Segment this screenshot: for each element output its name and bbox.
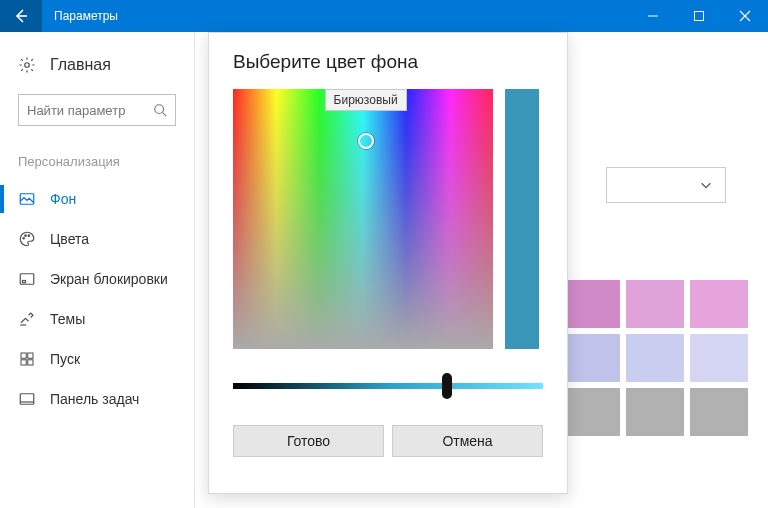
palette-icon bbox=[18, 230, 36, 248]
sidebar-section-title: Персонализация bbox=[0, 154, 194, 179]
svg-rect-12 bbox=[28, 360, 33, 365]
sidebar-item-label: Темы bbox=[50, 311, 85, 327]
sidebar-home[interactable]: Главная bbox=[0, 46, 194, 84]
arrow-left-icon bbox=[13, 8, 29, 24]
back-button[interactable] bbox=[0, 0, 42, 32]
sidebar-item-taskbar[interactable]: Панель задач bbox=[0, 379, 194, 419]
image-icon bbox=[18, 190, 36, 208]
minimize-button[interactable] bbox=[630, 0, 676, 32]
color-name-tooltip: Бирюзовый bbox=[325, 89, 407, 111]
sidebar-home-label: Главная bbox=[50, 56, 111, 74]
close-icon bbox=[739, 10, 751, 22]
slider-track bbox=[233, 383, 543, 389]
sidebar-item-label: Пуск bbox=[50, 351, 80, 367]
maximize-button[interactable] bbox=[676, 0, 722, 32]
svg-rect-8 bbox=[23, 281, 26, 283]
color-swatch[interactable] bbox=[626, 280, 684, 328]
picker-row: Бирюзовый bbox=[233, 89, 543, 349]
done-button[interactable]: Готово bbox=[233, 425, 384, 457]
search-icon bbox=[153, 103, 167, 117]
minimize-icon bbox=[647, 10, 659, 22]
color-swatch-grid bbox=[562, 280, 748, 436]
color-picker-dialog: Выберите цвет фона Бирюзовый Готово Отме… bbox=[208, 32, 568, 494]
svg-point-2 bbox=[155, 105, 164, 114]
search-placeholder: Найти параметр bbox=[27, 103, 153, 118]
color-swatch[interactable] bbox=[562, 280, 620, 328]
sidebar: Главная Найти параметр Персонализация Фо… bbox=[0, 32, 195, 508]
sidebar-item-colors[interactable]: Цвета bbox=[0, 219, 194, 259]
brightness-slider[interactable] bbox=[233, 375, 543, 399]
color-swatch[interactable] bbox=[626, 388, 684, 436]
svg-rect-10 bbox=[28, 353, 33, 358]
taskbar-icon bbox=[18, 390, 36, 408]
titlebar: Параметры bbox=[0, 0, 768, 32]
color-swatch[interactable] bbox=[690, 280, 748, 328]
color-swatch[interactable] bbox=[626, 334, 684, 382]
sidebar-item-label: Панель задач bbox=[50, 391, 139, 407]
start-icon bbox=[18, 350, 36, 368]
sidebar-item-lockscreen[interactable]: Экран блокировки bbox=[0, 259, 194, 299]
sidebar-item-start[interactable]: Пуск bbox=[0, 339, 194, 379]
sidebar-item-background[interactable]: Фон bbox=[0, 179, 194, 219]
gear-icon bbox=[18, 56, 36, 74]
window-title: Параметры bbox=[54, 9, 630, 23]
color-picker-title: Выберите цвет фона bbox=[233, 51, 543, 73]
sidebar-item-label: Цвета bbox=[50, 231, 89, 247]
spectrum-gray-layer bbox=[233, 89, 493, 349]
svg-rect-9 bbox=[21, 353, 26, 358]
spectrum-selector-ring[interactable] bbox=[358, 133, 374, 149]
svg-point-6 bbox=[28, 235, 30, 237]
slider-thumb[interactable] bbox=[442, 373, 452, 399]
svg-point-1 bbox=[25, 63, 30, 68]
svg-point-4 bbox=[23, 238, 25, 240]
maximize-icon bbox=[693, 10, 705, 22]
svg-point-5 bbox=[25, 235, 27, 237]
color-swatch[interactable] bbox=[562, 388, 620, 436]
color-swatch[interactable] bbox=[690, 334, 748, 382]
search-input[interactable]: Найти параметр bbox=[18, 94, 176, 126]
chevron-down-icon bbox=[699, 178, 713, 192]
color-spectrum[interactable]: Бирюзовый bbox=[233, 89, 493, 349]
svg-rect-0 bbox=[695, 12, 704, 21]
sidebar-item-themes[interactable]: Темы bbox=[0, 299, 194, 339]
cancel-button[interactable]: Отмена bbox=[392, 425, 543, 457]
close-button[interactable] bbox=[722, 0, 768, 32]
lockscreen-icon bbox=[18, 270, 36, 288]
svg-rect-13 bbox=[20, 394, 34, 405]
color-swatch[interactable] bbox=[690, 388, 748, 436]
window-controls bbox=[630, 0, 768, 32]
picker-buttons: Готово Отмена bbox=[233, 425, 543, 457]
svg-rect-11 bbox=[21, 360, 26, 365]
color-swatch[interactable] bbox=[562, 334, 620, 382]
sidebar-item-label: Экран блокировки bbox=[50, 271, 168, 287]
background-type-combobox[interactable] bbox=[606, 167, 726, 203]
themes-icon bbox=[18, 310, 36, 328]
sidebar-item-label: Фон bbox=[50, 191, 76, 207]
color-preview bbox=[505, 89, 539, 349]
